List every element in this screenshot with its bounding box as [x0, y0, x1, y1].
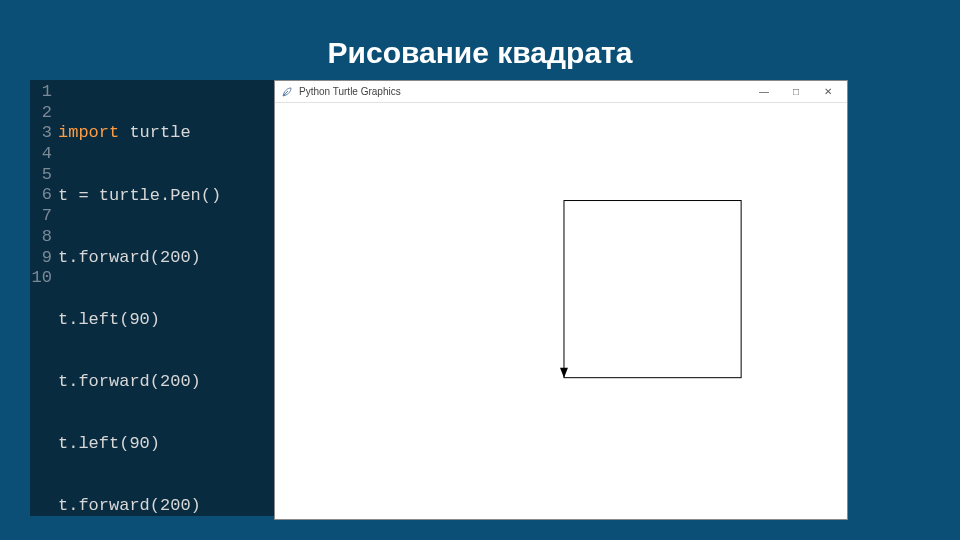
code-line: import turtle	[58, 123, 221, 144]
line-number: 6	[30, 185, 52, 206]
line-number-gutter: 1 2 3 4 5 6 7 8 9 10	[30, 80, 56, 516]
drawn-square	[564, 201, 741, 378]
line-number: 1	[30, 82, 52, 103]
code-text: t.left(90)	[58, 434, 160, 453]
turtle-drawing	[275, 103, 847, 519]
slide: Рисование квадрата 1 2 3 4 5 6 7 8 9 10 …	[0, 0, 960, 540]
close-button[interactable]: ✕	[819, 83, 837, 101]
content-area: 1 2 3 4 5 6 7 8 9 10 import turtle t = t…	[30, 80, 848, 524]
code-line: t.forward(200)	[58, 248, 221, 269]
code-keyword: import	[58, 123, 119, 142]
line-number: 7	[30, 206, 52, 227]
code-line: t.left(90)	[58, 310, 221, 331]
code-text: t.forward(200)	[58, 248, 201, 267]
line-number: 5	[30, 165, 52, 186]
code-editor: 1 2 3 4 5 6 7 8 9 10 import turtle t = t…	[30, 80, 274, 516]
code-line: t = turtle.Pen()	[58, 186, 221, 207]
line-number: 4	[30, 144, 52, 165]
code-text: turtle	[119, 123, 190, 142]
line-number: 8	[30, 227, 52, 248]
feather-icon	[281, 86, 293, 98]
line-number: 2	[30, 103, 52, 124]
line-number: 10	[30, 268, 52, 289]
slide-title: Рисование квадрата	[0, 36, 960, 70]
code-line: t.forward(200)	[58, 496, 221, 517]
window-title: Python Turtle Graphics	[299, 86, 755, 97]
turtle-canvas	[275, 103, 847, 519]
turtle-window: Python Turtle Graphics — □ ✕	[274, 80, 848, 520]
minimize-button[interactable]: —	[755, 83, 773, 101]
turtle-cursor-icon	[560, 368, 568, 378]
code-text: t = turtle.Pen()	[58, 186, 221, 205]
code-body: import turtle t = turtle.Pen() t.forward…	[56, 80, 221, 516]
line-number: 3	[30, 123, 52, 144]
window-controls: — □ ✕	[755, 83, 845, 101]
code-text: t.left(90)	[58, 310, 160, 329]
code-line: t.forward(200)	[58, 372, 221, 393]
maximize-button[interactable]: □	[787, 83, 805, 101]
titlebar[interactable]: Python Turtle Graphics — □ ✕	[275, 81, 847, 103]
code-text: t.forward(200)	[58, 496, 201, 515]
code-text: t.forward(200)	[58, 372, 201, 391]
code-line: t.left(90)	[58, 434, 221, 455]
line-number: 9	[30, 248, 52, 269]
